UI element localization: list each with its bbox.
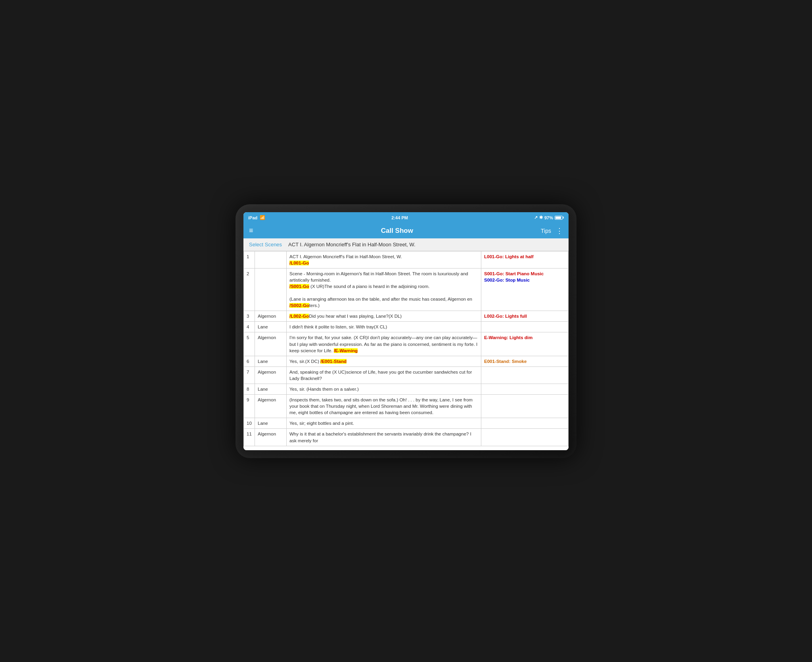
character-name: Lane	[255, 384, 287, 395]
text-segment: I didn't think it polite to listen, sir.…	[289, 324, 387, 329]
row-number: 5	[244, 332, 255, 356]
status-left: iPad 📶	[248, 215, 265, 220]
script-table[interactable]: 1ACT I. Algernon Moncrieff's Flat in Hal…	[243, 251, 569, 450]
cue-text	[481, 322, 569, 332]
script-text: I'm sorry for that, for your sake. (X CR…	[287, 332, 481, 356]
app-title: Call Show	[381, 227, 413, 235]
character-name: Algernon	[255, 366, 287, 384]
script-text: Yes, sir. (Hands them on a salver.)	[287, 384, 481, 395]
cue-text: L002-Go: Lights full	[481, 311, 569, 322]
table-row[interactable]: 4LaneI didn't think it polite to listen,…	[244, 322, 569, 332]
cue-text	[481, 384, 569, 395]
row-number: 8	[244, 384, 255, 395]
character-name: Lane	[255, 356, 287, 366]
row-number: 4	[244, 322, 255, 332]
nav-bar: ≡ Call Show Tips ⋮	[243, 223, 569, 238]
cue-segment: E001-Stand: Smoke	[484, 359, 527, 364]
cue-text: E001-Stand: Smoke	[481, 356, 569, 366]
wifi-icon: 📶	[260, 215, 265, 220]
status-bar: iPad 📶 2:44 PM ↗ ✱ 97%	[243, 212, 569, 223]
text-segment: Did you hear what I was playing, Lane?(X…	[309, 314, 402, 319]
text-segment: I'm sorry for that, for your sake. (X CR…	[289, 335, 477, 353]
row-number: 6	[244, 356, 255, 366]
script-text: (Inspects them, takes two, and sits down…	[287, 395, 481, 418]
table-row[interactable]: 11AlgernonWhy is it that at a bachelor's…	[244, 429, 569, 446]
table-row[interactable]: 2Scene - Morning-room in Algernon's flat…	[244, 268, 569, 311]
text-segment: /S001-Go	[289, 284, 309, 289]
cue-text: S001-Go: Start Piano MusicS002-Go: Stop …	[481, 268, 569, 311]
character-name: Algernon	[255, 332, 287, 356]
battery-icon	[555, 216, 564, 220]
cue-text	[481, 429, 569, 446]
script-text: Yes, sir.(X DC) /E001-Stand	[287, 356, 481, 366]
nav-right-buttons: Tips ⋮	[541, 226, 563, 235]
table-row[interactable]: 10LaneYes, sir; eight bottles and a pint…	[244, 418, 569, 429]
signal-icon: ↗	[534, 215, 538, 220]
table-row[interactable]: 8LaneYes, sir. (Hands them on a salver.)	[244, 384, 569, 395]
text-segment: (Inspects them, takes two, and sits down…	[289, 397, 473, 415]
cue-segment: S001-Go: Start Piano Music	[484, 271, 544, 276]
table-row[interactable]: 6LaneYes, sir.(X DC) /E001-StandE001-Sta…	[244, 356, 569, 366]
text-segment: /L002-Go	[289, 314, 309, 319]
cue-text	[481, 418, 569, 429]
text-segment: /L001-Go	[289, 261, 309, 265]
row-number: 1	[244, 251, 255, 268]
character-name	[255, 268, 287, 311]
table-row[interactable]: 7AlgernonAnd, speaking of the (X UC)scie…	[244, 366, 569, 384]
row-number: 10	[244, 418, 255, 429]
text-segment: Yes, sir. (Hands them on a salver.)	[289, 387, 359, 391]
text-segment: Yes, sir; eight bottles and a pint.	[289, 421, 354, 426]
ipad-device: iPad 📶 2:44 PM ↗ ✱ 97% ≡ Call Show	[236, 204, 576, 458]
tips-button[interactable]: Tips	[541, 228, 551, 234]
text-segment: /E001-Stand	[320, 359, 347, 364]
cue-text	[481, 366, 569, 384]
table-row[interactable]: 5AlgernonI'm sorry for that, for your sa…	[244, 332, 569, 356]
sub-header: Select Scenes ACT I. Algernon Moncrieff'…	[243, 238, 569, 251]
cue-text: L001-Go: Lights at half	[481, 251, 569, 268]
status-time: 2:44 PM	[391, 215, 408, 220]
character-name	[255, 251, 287, 268]
table-row[interactable]: 3Algernon/L002-GoDid you hear what I was…	[244, 311, 569, 322]
text-segment: Yes, sir.(X DC)	[289, 359, 320, 364]
battery-percent: 97%	[544, 215, 553, 220]
text-segment: /E-Warning	[334, 348, 358, 353]
character-name: Lane	[255, 418, 287, 429]
character-name: Algernon	[255, 429, 287, 446]
table-row[interactable]: 1ACT I. Algernon Moncrieff's Flat in Hal…	[244, 251, 569, 268]
script-text: /L002-GoDid you hear what I was playing,…	[287, 311, 481, 322]
cue-segment: E-Warning: Lights dim	[484, 335, 532, 340]
cue-segment: L002-Go: Lights full	[484, 314, 527, 319]
row-number: 9	[244, 395, 255, 418]
device-model: iPad	[248, 215, 257, 220]
cue-segment: L001-Go: Lights at half	[484, 254, 534, 259]
text-segment: ters.)	[309, 303, 320, 308]
row-number: 11	[244, 429, 255, 446]
scene-title: ACT I. Algernon Moncrieff's Flat in Half…	[288, 242, 416, 248]
script-text: ACT I. Algernon Moncrieff's Flat in Half…	[287, 251, 481, 268]
script-text: Why is it that at a bachelor's establish…	[287, 429, 481, 446]
cue-text: E-Warning: Lights dim	[481, 332, 569, 356]
cue-text	[481, 395, 569, 418]
hamburger-menu-icon[interactable]: ≡	[249, 226, 253, 235]
text-segment: ACT I. Algernon Moncrieff's Flat in Half…	[289, 254, 402, 259]
table-row[interactable]: 9Algernon(Inspects them, takes two, and …	[244, 395, 569, 418]
script-text: I didn't think it polite to listen, sir.…	[287, 322, 481, 332]
text-segment: Scene - Morning-room in Algernon's flat …	[289, 271, 468, 282]
text-segment: (X UR)The sound of a piano is heard in t…	[289, 284, 472, 301]
cue-segment: S002-Go: Stop Music	[484, 278, 530, 282]
character-name: Algernon	[255, 311, 287, 322]
text-segment: Why is it that at a bachelor's establish…	[289, 432, 471, 443]
character-name: Algernon	[255, 395, 287, 418]
bluetooth-icon: ✱	[539, 215, 543, 220]
row-number: 2	[244, 268, 255, 311]
text-segment: And, speaking of the (X UC)science of Li…	[289, 370, 472, 381]
character-name: Lane	[255, 322, 287, 332]
script-text: And, speaking of the (X UC)science of Li…	[287, 366, 481, 384]
ipad-screen: iPad 📶 2:44 PM ↗ ✱ 97% ≡ Call Show	[243, 212, 569, 450]
row-number: 3	[244, 311, 255, 322]
select-scenes-button[interactable]: Select Scenes	[249, 242, 282, 248]
script-text: Scene - Morning-room in Algernon's flat …	[287, 268, 481, 311]
row-number: 7	[244, 366, 255, 384]
more-menu-icon[interactable]: ⋮	[556, 226, 563, 235]
status-right: ↗ ✱ 97%	[534, 215, 564, 220]
